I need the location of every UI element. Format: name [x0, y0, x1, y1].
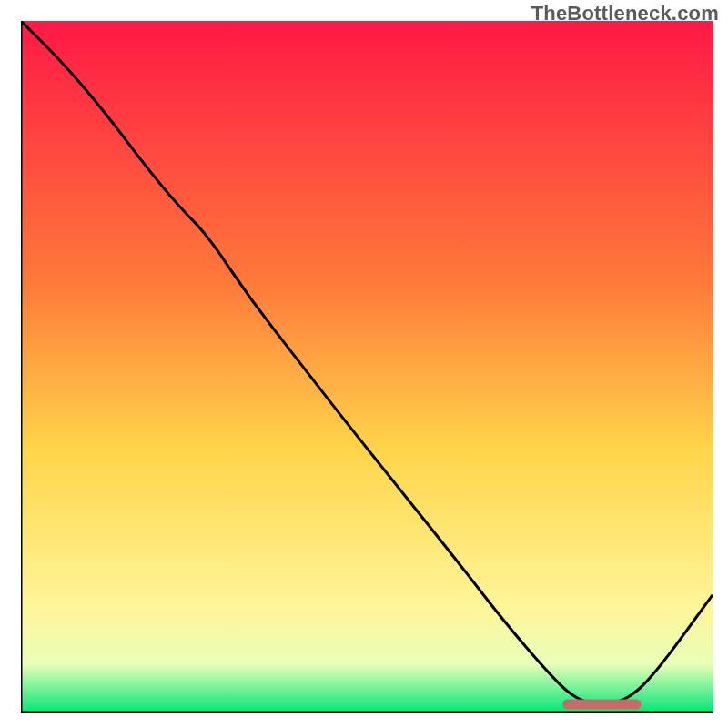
chart-container: TheBottleneck.com	[0, 0, 728, 728]
bottleneck-plot	[21, 21, 713, 713]
gradient-background	[21, 21, 713, 713]
